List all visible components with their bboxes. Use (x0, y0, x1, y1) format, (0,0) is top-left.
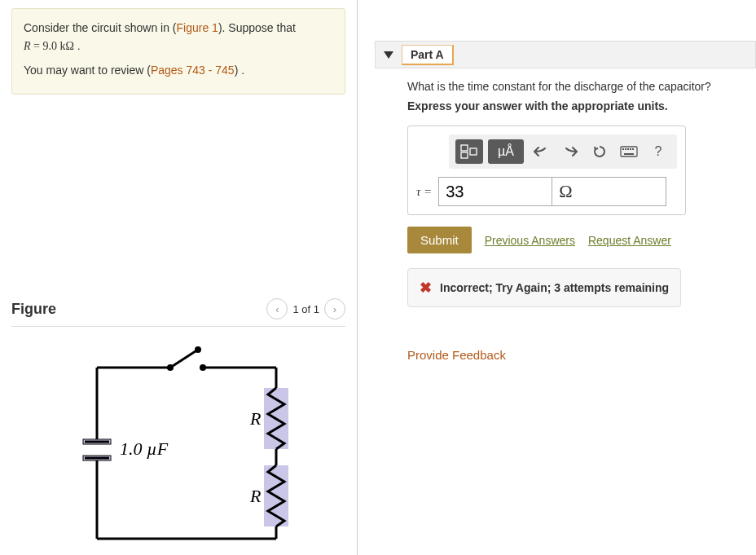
text: kΩ (59, 40, 73, 52)
figure-title: Figure (11, 301, 56, 318)
svg-point-0 (167, 364, 174, 371)
reset-button[interactable] (587, 139, 612, 164)
figure-header: Figure ‹ 1 of 1 › (11, 298, 345, 327)
tau-label: τ = (416, 185, 438, 199)
svg-rect-14 (625, 148, 626, 150)
figure-prev-button[interactable]: ‹ (266, 298, 288, 319)
incorrect-icon: ✖ (420, 279, 432, 297)
svg-rect-9 (461, 145, 468, 151)
resistor-label-top: R (249, 408, 262, 429)
svg-rect-15 (627, 148, 629, 150)
units-button[interactable]: µÅ (488, 139, 524, 164)
var-r: R (24, 40, 31, 52)
figure-link[interactable]: Figure 1 (177, 21, 218, 34)
feedback-message: Incorrect; Try Again; 3 attempts remaini… (440, 281, 669, 294)
text: ) . (235, 64, 244, 77)
resistor-label-bottom: R (249, 486, 262, 506)
submit-button[interactable]: Submit (407, 227, 472, 253)
svg-point-2 (195, 346, 201, 353)
previous-answers-link[interactable]: Previous Answers (485, 234, 575, 247)
text: ). Suppose that (218, 21, 296, 34)
text: You may want to review ( (24, 64, 151, 77)
undo-button[interactable] (529, 139, 553, 164)
svg-rect-13 (622, 148, 624, 150)
svg-rect-12 (621, 147, 637, 156)
redo-button[interactable] (558, 139, 582, 164)
feedback-box: ✖ Incorrect; Try Again; 3 attempts remai… (407, 268, 681, 307)
problem-statement: Consider the circuit shown in (Figure 1)… (11, 8, 345, 95)
svg-point-1 (200, 364, 206, 371)
part-collapse-toggle[interactable] (384, 51, 393, 59)
column-divider (357, 0, 358, 555)
svg-rect-18 (624, 153, 634, 155)
request-answer-link[interactable]: Request Answer (588, 234, 671, 247)
circuit-diagram: 1.0 µF R R (11, 343, 345, 555)
unit-input[interactable]: Ω (552, 177, 666, 206)
figure-counter: 1 of 1 (292, 303, 319, 315)
svg-rect-16 (630, 148, 631, 150)
text: = 9.0 (31, 40, 60, 52)
help-button[interactable]: ? (646, 139, 670, 164)
svg-rect-17 (632, 148, 634, 150)
text: . (74, 39, 81, 52)
text: Consider the circuit shown in ( (24, 21, 177, 34)
formula-toolbar: µÅ ? (449, 134, 677, 169)
keyboard-button[interactable] (617, 139, 641, 164)
instruction-text: Express your answer with the appropriate… (407, 99, 748, 112)
pages-link[interactable]: Pages 743 - 745 (151, 64, 235, 77)
figure-next-button[interactable]: › (324, 298, 345, 319)
provide-feedback-link[interactable]: Provide Feedback (407, 348, 748, 362)
templates-button[interactable] (455, 139, 483, 164)
value-input[interactable] (438, 177, 552, 206)
part-label: Part A (402, 45, 454, 65)
svg-rect-10 (461, 152, 468, 158)
answer-panel: µÅ ? τ = (407, 126, 686, 215)
svg-rect-11 (470, 148, 477, 155)
capacitor-label: 1.0 µF (120, 438, 169, 459)
question-text: What is the time constant for the discha… (407, 80, 748, 93)
